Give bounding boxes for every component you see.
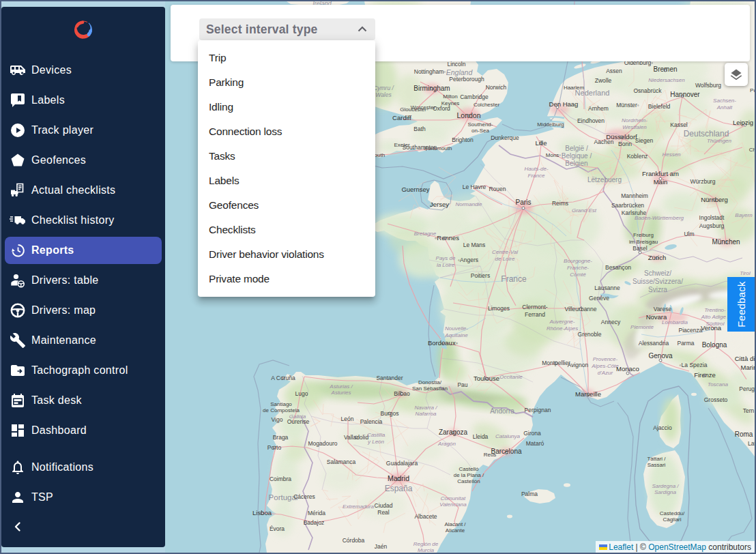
svg-text:Braga: Braga bbox=[273, 434, 289, 441]
svg-text:Tern: Tern bbox=[743, 407, 755, 414]
svg-text:Franche-: Franche- bbox=[567, 265, 589, 271]
svg-text:Gloucester◦: Gloucester◦ bbox=[400, 106, 428, 113]
svg-text:Marseille: Marseille bbox=[575, 390, 601, 398]
svg-text:Ferrand: Ferrand bbox=[525, 311, 545, 318]
svg-text:Tàttari /: Tàttari / bbox=[647, 456, 666, 462]
svg-text:Osnabrück: Osnabrück bbox=[633, 87, 662, 94]
svg-text:Castellón: Castellón bbox=[457, 478, 480, 484]
svg-text:Navarra /: Navarra / bbox=[415, 405, 438, 411]
svg-text:Toulouse: Toulouse bbox=[474, 375, 499, 382]
svg-text:Che: Che bbox=[749, 147, 755, 153]
svg-text:Castilla: Castilla bbox=[367, 432, 386, 438]
svg-text:Westfalen: Westfalen bbox=[622, 124, 647, 130]
svg-text:Bayern: Bayern bbox=[735, 212, 753, 218]
svg-text:Siegen: Siegen bbox=[635, 137, 654, 144]
svg-text:Albacete: Albacete bbox=[414, 513, 437, 520]
svg-text:Birmingham: Birmingham bbox=[413, 85, 450, 92]
svg-text:Grenoble: Grenoble bbox=[578, 331, 602, 338]
svg-text:Ulm: Ulm bbox=[684, 231, 694, 237]
svg-text:Región de: Región de bbox=[413, 541, 439, 547]
svg-text:Peterborough: Peterborough bbox=[449, 76, 484, 83]
svg-text:León: León bbox=[341, 416, 354, 422]
svg-text:Grand Est: Grand Est bbox=[572, 207, 597, 214]
svg-text:Mons◦: Mons◦ bbox=[546, 152, 562, 158]
svg-text:Extremadura: Extremadura bbox=[343, 504, 374, 510]
svg-text:Würzburg: Würzburg bbox=[690, 178, 716, 185]
svg-text:Schweiz/: Schweiz/ bbox=[644, 269, 671, 277]
svg-text:Leipzig: Leipzig bbox=[733, 119, 753, 126]
svg-text:Comunitat: Comunitat bbox=[441, 495, 466, 501]
svg-text:Nottingham◦: Nottingham◦ bbox=[414, 68, 446, 75]
svg-text:Ourense: Ourense bbox=[287, 418, 310, 425]
svg-text:Novara: Novara bbox=[646, 313, 667, 321]
svg-text:Münster◦: Münster◦ bbox=[616, 102, 639, 108]
svg-text:Alpes-Côte: Alpes-Côte bbox=[591, 363, 619, 369]
svg-text:Bilbao: Bilbao bbox=[394, 390, 410, 397]
svg-text:Besançon: Besançon bbox=[605, 264, 631, 271]
svg-text:Toscana: Toscana bbox=[708, 381, 729, 388]
svg-text:Parma: Parma bbox=[677, 340, 694, 347]
svg-text:Tirol: Tirol bbox=[740, 270, 751, 276]
svg-text:Asturias /: Asturias / bbox=[329, 383, 353, 390]
svg-text:Palencia: Palencia bbox=[360, 418, 383, 425]
svg-text:de Loire: de Loire bbox=[495, 256, 515, 262]
svg-text:Vigo: Vigo bbox=[272, 416, 283, 423]
svg-text:Genova: Genova bbox=[648, 352, 672, 360]
svg-text:Bonn: Bonn bbox=[618, 141, 632, 147]
svg-text:Belgique /: Belgique / bbox=[562, 152, 592, 160]
svg-text:Occitanie: Occitanie bbox=[499, 374, 523, 380]
svg-text:Kassel: Kassel bbox=[670, 121, 688, 128]
svg-text:Aquitaine: Aquitaine bbox=[444, 332, 468, 338]
svg-text:Madrid: Madrid bbox=[388, 474, 409, 482]
svg-text:Mannheim: Mannheim bbox=[621, 192, 648, 199]
svg-text:Augsburg: Augsburg bbox=[699, 222, 725, 229]
svg-text:France: France bbox=[528, 173, 545, 179]
svg-text:Oxford: Oxford bbox=[433, 105, 450, 112]
svg-text:Le Mans: Le Mans bbox=[463, 242, 486, 248]
svg-text:Guadalajara: Guadalajara bbox=[386, 460, 418, 467]
svg-text:Salamanca: Salamanca bbox=[327, 458, 356, 465]
svg-text:on-Sea: on-Sea bbox=[471, 128, 489, 134]
svg-text:Guernsey: Guernsey bbox=[401, 186, 429, 193]
svg-text:Grosseto: Grosseto bbox=[704, 396, 728, 403]
svg-text:München: München bbox=[712, 238, 740, 246]
svg-text:Lille: Lille bbox=[536, 139, 547, 147]
svg-text:Córdoba: Córdoba bbox=[343, 537, 365, 544]
svg-text:Rouen: Rouen bbox=[489, 186, 506, 192]
svg-text:Catalunya: Catalunya bbox=[495, 433, 521, 439]
svg-text:Comté: Comté bbox=[570, 272, 586, 278]
svg-text:Normandie: Normandie bbox=[455, 201, 482, 207]
svg-text:Pau: Pau bbox=[457, 381, 467, 388]
svg-text:Roma: Roma bbox=[735, 431, 753, 438]
svg-text:België /: België / bbox=[565, 145, 588, 152]
svg-text:Arnhem: Arnhem bbox=[588, 105, 609, 112]
svg-text:Basel: Basel bbox=[633, 245, 647, 252]
svg-text:Zürich: Zürich bbox=[648, 254, 666, 261]
svg-text:Southend-: Southend- bbox=[468, 121, 493, 128]
svg-text:Coimbra: Coimbra bbox=[270, 476, 291, 482]
svg-text:Bourgogne-: Bourgogne- bbox=[564, 258, 592, 264]
svg-text:Lat: Lat bbox=[748, 440, 755, 447]
svg-text:Dunkerque: Dunkerque bbox=[491, 134, 519, 141]
svg-text:Lleida: Lleida bbox=[473, 433, 489, 440]
svg-text:d'Azur: d'Azur bbox=[598, 370, 613, 376]
svg-text:Mérida: Mérida bbox=[308, 510, 325, 516]
svg-text:Montpellier: Montpellier bbox=[542, 360, 570, 366]
svg-text:Bretagne: Bretagne bbox=[414, 231, 437, 237]
svg-text:Middelburg: Middelburg bbox=[537, 121, 564, 128]
svg-text:Südtirol: Südtirol bbox=[706, 321, 724, 327]
svg-text:Porto: Porto bbox=[267, 444, 282, 451]
svg-text:Jaén: Jaén bbox=[375, 543, 388, 550]
svg-text:Badajoz: Badajoz bbox=[304, 519, 325, 526]
svg-text:Saarbrücken: Saarbrücken bbox=[611, 202, 644, 209]
svg-text:Eindhoven: Eindhoven bbox=[577, 117, 605, 124]
svg-text:Reus: Reus bbox=[484, 452, 497, 458]
svg-text:Trentino-: Trentino- bbox=[704, 307, 726, 313]
svg-text:Svizra: Svizra bbox=[648, 286, 667, 293]
svg-text:Koblenz: Koblenz bbox=[627, 153, 648, 160]
svg-text:Ciudad: Ciudad bbox=[375, 502, 393, 509]
svg-text:Belgien: Belgien bbox=[565, 160, 587, 167]
svg-text:San Sebastián: San Sebastián bbox=[412, 385, 448, 392]
svg-text:Paris: Paris bbox=[516, 199, 532, 206]
svg-text:Firenze: Firenze bbox=[694, 371, 716, 379]
